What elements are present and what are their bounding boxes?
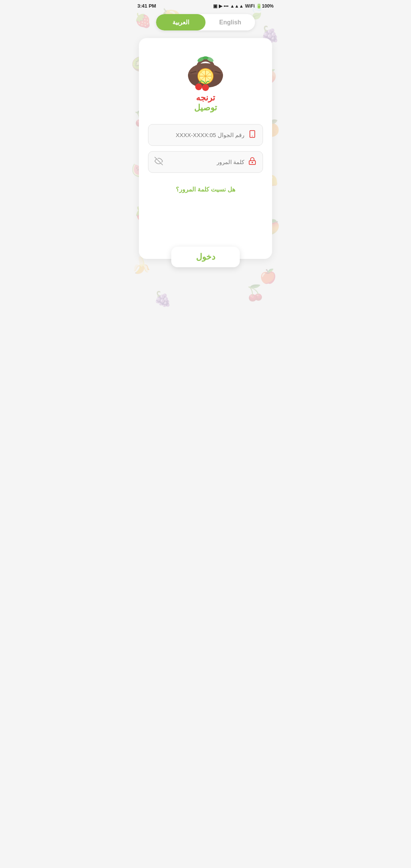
battery-icon: 🔋100% xyxy=(256,3,274,9)
login-button-wrapper: دخول xyxy=(171,247,240,267)
password-input[interactable] xyxy=(167,159,244,165)
arabic-lang-button[interactable]: العربية xyxy=(156,14,206,30)
svg-point-9 xyxy=(202,56,209,59)
media-icon: ▶ xyxy=(219,3,222,9)
wifi-icon: WiFi xyxy=(245,3,255,9)
more-icon: ••• xyxy=(224,3,229,9)
language-switcher: العربية English xyxy=(156,14,255,30)
status-time: 3:41 PM xyxy=(137,3,156,9)
lock-icon xyxy=(248,157,256,167)
logo-line2: توصيل xyxy=(194,103,217,113)
forgot-password-link[interactable]: هل نسيت كلمة المرور؟ xyxy=(176,186,235,193)
logo-area: ترنجه توصيل xyxy=(183,49,228,113)
login-button[interactable]: دخول xyxy=(171,247,240,267)
english-lang-button[interactable]: English xyxy=(206,14,255,30)
svg-point-15 xyxy=(252,162,253,163)
phone-icon xyxy=(248,130,256,140)
logo-text: ترنجه توصيل xyxy=(194,93,217,113)
logo-line1: ترنجه xyxy=(194,93,217,103)
login-card: ترنجه توصيل xyxy=(139,38,272,259)
fruit-decor-14: 🍎 xyxy=(260,268,277,284)
main-content: العربية English xyxy=(131,10,280,259)
phone-input[interactable] xyxy=(155,132,244,138)
fruit-decor-15: 🍇 xyxy=(154,290,172,307)
notification-icon: ▣ xyxy=(213,3,217,9)
password-input-wrapper xyxy=(148,151,263,173)
eye-toggle-icon[interactable] xyxy=(155,157,163,167)
phone-input-wrapper xyxy=(148,124,263,146)
status-icons: ▣ ▶ ••• ▲▲▲ WiFi 🔋100% xyxy=(213,3,274,9)
signal-icon: ▲▲▲ xyxy=(230,3,244,9)
svg-point-11 xyxy=(202,84,209,91)
svg-point-10 xyxy=(195,83,202,90)
status-bar: 3:41 PM ▣ ▶ ••• ▲▲▲ WiFi 🔋100% xyxy=(131,0,280,10)
fruit-decor-16: 🍒 xyxy=(246,284,265,302)
app-logo xyxy=(183,49,228,91)
